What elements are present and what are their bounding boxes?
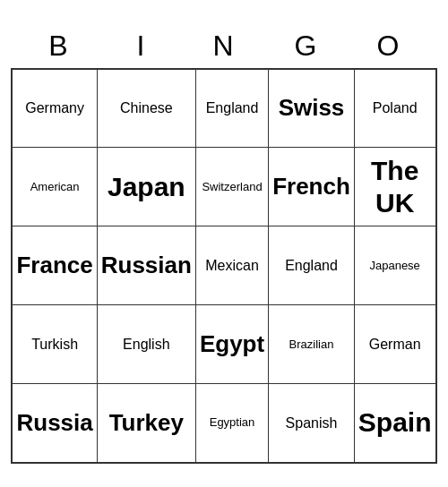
grid-cell-4-0: Russia: [12, 384, 97, 463]
grid-cell-2-1: Russian: [97, 226, 195, 305]
header-letter-n: N: [183, 24, 265, 68]
grid-row-4: RussiaTurkeyEgyptianSpanishSpain: [12, 384, 435, 463]
cell-text-3-2: Egypt: [200, 309, 264, 380]
grid-cell-1-0: American: [12, 148, 97, 226]
cell-text-1-4: TheUK: [358, 151, 432, 222]
grid-cell-2-3: England: [269, 226, 355, 305]
cell-text-2-0: France: [16, 230, 92, 301]
cell-text-2-1: Russian: [101, 230, 192, 301]
header-letter-g: G: [265, 24, 348, 68]
header-letter-o: O: [348, 24, 430, 68]
cell-text-3-1: English: [101, 309, 192, 380]
cell-text-1-3: French: [272, 151, 350, 222]
grid-cell-3-3: Brazilian: [269, 305, 355, 384]
bingo-container: BINGO GermanyChineseEnglandSwissPolandAm…: [18, 24, 430, 464]
bingo-header: BINGO: [18, 24, 430, 68]
grid-cell-2-4: Japanese: [354, 226, 435, 305]
header-letter-i: I: [100, 24, 183, 68]
cell-text-3-0: Turkish: [16, 309, 92, 380]
cell-text-2-2: Mexican: [200, 230, 264, 301]
cell-text-0-0: Germany: [16, 73, 92, 143]
grid-row-1: AmericanJapanSwitzerlandFrenchTheUK: [12, 148, 435, 226]
grid-row-0: GermanyChineseEnglandSwissPoland: [12, 69, 435, 148]
grid-cell-0-2: England: [195, 69, 268, 148]
cell-text-3-3: Brazilian: [272, 309, 350, 380]
grid-cell-0-4: Poland: [354, 69, 435, 148]
grid-row-2: FranceRussianMexicanEnglandJapanese: [12, 226, 435, 305]
grid-cell-2-2: Mexican: [195, 226, 268, 305]
grid-cell-1-3: French: [269, 148, 355, 226]
cell-text-0-3: Swiss: [272, 73, 350, 143]
cell-text-1-2: Switzerland: [200, 151, 264, 222]
bingo-grid: GermanyChineseEnglandSwissPolandAmerican…: [11, 68, 436, 464]
grid-cell-1-4: TheUK: [354, 148, 435, 226]
grid-cell-4-2: Egyptian: [195, 384, 268, 463]
grid-cell-0-1: Chinese: [97, 69, 195, 148]
grid-cell-4-1: Turkey: [97, 384, 195, 463]
grid-cell-4-3: Spanish: [269, 384, 355, 463]
cell-text-4-3: Spanish: [272, 388, 350, 458]
grid-cell-0-3: Swiss: [269, 69, 355, 148]
cell-text-0-1: Chinese: [101, 73, 192, 143]
grid-cell-1-2: Switzerland: [195, 148, 268, 226]
cell-text-1-1: Japan: [101, 151, 192, 222]
cell-text-2-3: England: [272, 230, 350, 301]
cell-text-0-4: Poland: [358, 73, 432, 143]
cell-text-4-4: Spain: [358, 388, 432, 458]
grid-cell-2-0: France: [12, 226, 97, 305]
grid-cell-4-4: Spain: [354, 384, 435, 463]
grid-row-3: TurkishEnglishEgyptBrazilianGerman: [12, 305, 435, 384]
cell-text-2-4: Japanese: [358, 230, 432, 301]
cell-text-3-4: German: [358, 309, 432, 380]
cell-text-0-2: England: [200, 73, 264, 143]
cell-text-4-0: Russia: [16, 388, 92, 458]
grid-cell-3-4: German: [354, 305, 435, 384]
grid-cell-3-0: Turkish: [12, 305, 97, 384]
cell-text-4-1: Turkey: [101, 388, 192, 458]
cell-text-4-2: Egyptian: [200, 388, 264, 458]
header-letter-b: B: [18, 24, 100, 68]
grid-cell-3-2: Egypt: [195, 305, 268, 384]
grid-cell-3-1: English: [97, 305, 195, 384]
grid-cell-0-0: Germany: [12, 69, 97, 148]
grid-cell-1-1: Japan: [97, 148, 195, 226]
cell-text-1-0: American: [16, 151, 92, 222]
